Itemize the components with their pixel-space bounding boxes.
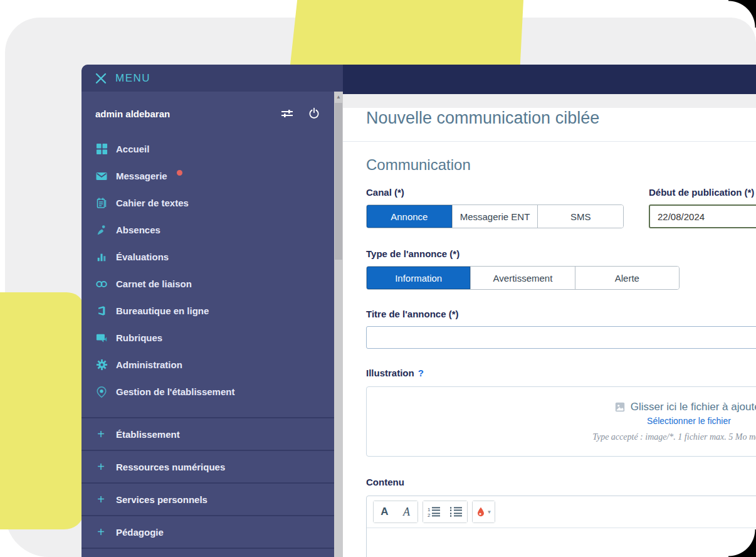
divider [343,141,756,142]
type-annonce-segmented-control: Information Avertissement Alerte [366,266,680,290]
sidebar-item-rubriques[interactable]: Rubriques [81,324,343,351]
canal-option-messagerie-ent[interactable]: Messagerie ENT [452,205,538,228]
file-type-hint: Type accepté : image/*. 1 fichier max. 5… [592,432,756,442]
notebook-icon [95,197,108,210]
text-color-button[interactable]: ▼ [473,501,495,523]
yellow-decor-top [290,0,523,65]
pin-icon [95,386,108,398]
sidebar-item-accueil[interactable]: Accueil [81,135,343,162]
sidebar-item-gestion-etablissement[interactable]: Gestion de l'établissement [81,378,343,405]
yellow-decor-left [0,292,83,529]
titre-annonce-input[interactable] [366,326,756,349]
person-icon [95,224,108,236]
editor-toolbar: A A 1 2 [367,496,756,528]
plus-icon: + [95,460,107,474]
plus-icon: + [95,427,107,442]
illustration-label: Illustration? [366,368,756,379]
gear-icon [95,359,108,371]
sidebar-sections: + Établissement + Ressources numériques … [81,417,343,557]
screenshot-canvas: MENU admin aldebaran [0,0,756,557]
user-name: admin aldebaran [95,109,280,119]
type-option-avertissement[interactable]: Avertissement [470,267,574,289]
scrollbar-thumb[interactable] [335,103,342,260]
ordered-list-button[interactable]: 1 2 [423,501,445,523]
sidebar-section-next[interactable] [81,549,343,557]
main-topbar [343,65,756,94]
editor-content-area[interactable] [367,528,756,557]
sidebar: MENU admin aldebaran [81,65,343,557]
sidebar-header: MENU [81,65,343,92]
power-icon[interactable] [308,107,320,120]
sidebar-section-etablissement[interactable]: + Établissement [81,418,343,451]
sidebar-item-administration[interactable]: Administration [81,351,343,378]
canal-option-sms[interactable]: SMS [537,205,623,228]
type-option-information[interactable]: Information [367,267,470,289]
type-annonce-label: Type de l'annonce (*) [366,248,756,260]
sidebar-menu: Accueil Messagerie [81,135,343,405]
sidebar-item-bureautique[interactable]: Bureautique en ligne [81,297,343,324]
sidebar-section-services-personnels[interactable]: + Services personnels [81,484,343,516]
dropzone-text: Glisser ici le fichier à ajouter [631,401,756,413]
svg-text:1: 1 [428,507,431,512]
user-row: admin aldebaran [81,92,343,135]
rounded-corner-mask [728,0,756,28]
sidebar-scrollbar[interactable]: ▲ [334,92,343,557]
chat-icon [95,332,108,344]
communication-form: Canal (*) Annonce Messagerie ENT SMS Déb… [366,187,756,557]
close-icon[interactable] [95,73,107,84]
chevron-down-icon: ▼ [487,509,492,515]
settings-sliders-icon[interactable] [280,107,294,120]
bold-button[interactable]: A [374,501,396,523]
grid-icon [95,143,108,156]
select-file-link[interactable]: Sélectionner le fichier [647,416,731,426]
help-icon[interactable]: ? [418,368,424,378]
sidebar-section-pedagogie[interactable]: + Pédagogie [81,516,343,549]
debut-publication-input[interactable] [649,204,756,228]
sidebar-section-ressources-numeriques[interactable]: + Ressources numériques [81,451,343,484]
sidebar-item-absences[interactable]: Absences [81,216,343,243]
sidebar-item-messagerie[interactable]: Messagerie [81,162,343,189]
office-icon [95,305,108,317]
canal-option-annonce[interactable]: Annonce [367,205,452,228]
rounded-corner-mask [728,529,756,557]
menu-title: MENU [115,72,150,85]
canal-segmented-control: Annonce Messagerie ENT SMS [366,204,624,228]
envelope-icon [95,170,108,183]
sidebar-item-carnet-de-liaison[interactable]: Carnet de liaison [81,270,343,297]
sidebar-item-evaluations[interactable]: Évaluations [81,243,343,270]
link-icon [95,278,108,290]
plus-icon: + [95,525,107,539]
main-area: Nouvelle communication ciblée Communicat… [343,65,756,557]
debut-publication-label: Début de publication (*) [649,187,756,198]
type-option-alerte[interactable]: Alerte [575,267,679,289]
unread-badge [177,170,182,176]
sidebar-item-cahier-de-textes[interactable]: Cahier de textes [81,189,343,216]
file-dropzone[interactable]: Glisser ici le fichier à ajouter Sélecti… [366,386,756,457]
bullet-list-button[interactable] [445,501,467,523]
page-title: Nouvelle communication ciblée [366,108,756,128]
bar-chart-icon [95,251,108,263]
main-content: Nouvelle communication ciblée Communicat… [343,108,756,557]
rich-text-editor: A A 1 2 [366,496,756,557]
plus-icon: + [95,492,107,507]
scrollbar-up-arrow[interactable]: ▲ [334,92,343,102]
italic-button[interactable]: A [396,501,417,523]
titre-annonce-label: Titre de l'annonce (*) [366,309,756,320]
section-title: Communication [366,156,756,174]
contenu-label: Contenu [366,477,756,488]
svg-text:2: 2 [428,512,431,518]
image-file-icon [614,401,626,413]
canal-label: Canal (*) [366,187,624,198]
